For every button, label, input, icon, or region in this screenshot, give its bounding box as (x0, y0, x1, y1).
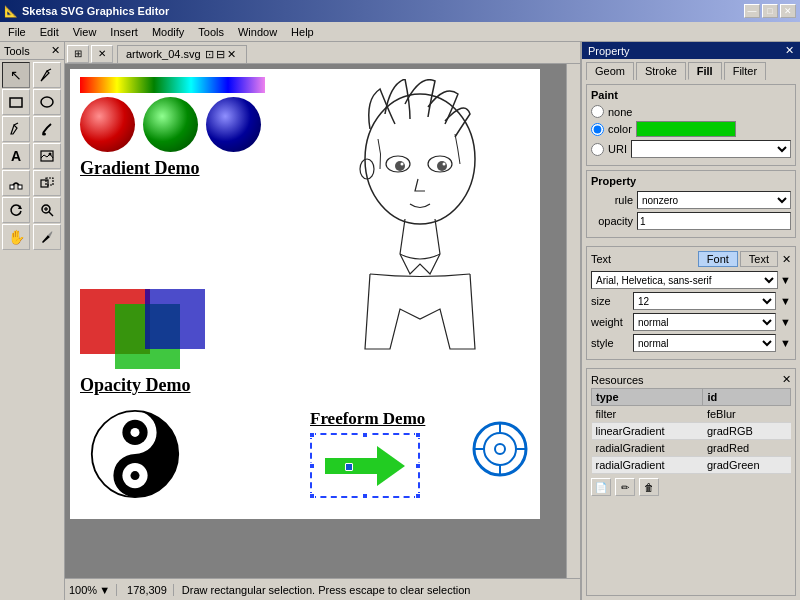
resources-title: Resources (591, 374, 644, 386)
style-dropdown-icon[interactable]: ▼ (780, 337, 791, 349)
canvas-close-icon[interactable]: ✕ (227, 48, 236, 61)
paint-color-radio[interactable] (591, 123, 604, 136)
weight-dropdown-icon[interactable]: ▼ (780, 316, 791, 328)
opacity-demo: Opacity Demo (80, 289, 200, 396)
style-select[interactable]: normal italic (633, 334, 776, 352)
resource-type: filter (592, 406, 703, 423)
res-new-btn[interactable]: 📄 (591, 478, 611, 496)
tools-close-btn[interactable]: ✕ (91, 45, 113, 63)
tool-hand[interactable]: ✋ (2, 224, 30, 250)
resource-type: radialGradient (592, 440, 703, 457)
circle-green (143, 97, 198, 152)
tool-pointer[interactable]: ↖ (2, 62, 30, 88)
tools-label: Tools (4, 45, 30, 57)
font-dropdown-icon[interactable]: ▼ (780, 274, 791, 286)
tab-filter[interactable]: Filter (724, 62, 766, 80)
menu-window[interactable]: Window (232, 24, 283, 40)
minimize-button[interactable]: — (744, 4, 760, 18)
text-tab-text[interactable]: Text (740, 251, 778, 267)
table-row[interactable]: filterfeBlur (592, 406, 791, 423)
zoom-dropdown-icon[interactable]: ▼ (99, 584, 110, 596)
size-label: size (591, 295, 629, 307)
paint-title: Paint (591, 89, 791, 101)
text-panel-close[interactable]: ✕ (782, 253, 791, 266)
canvas-max-icon[interactable]: ⊟ (216, 48, 225, 61)
table-row[interactable]: radialGradientgradGreen (592, 457, 791, 474)
tool-text[interactable]: A (2, 143, 30, 169)
tools-close[interactable]: ✕ (51, 44, 60, 57)
menu-bar: File Edit View Insert Modify Tools Windo… (0, 22, 800, 42)
tab-fill[interactable]: Fill (688, 62, 722, 80)
svg-point-21 (365, 94, 475, 224)
property-close-btn[interactable]: ✕ (785, 44, 794, 57)
canvas-tab-bar: ⊞ ✕ artwork_04.svg ⊡ ⊟ ✕ (65, 42, 580, 64)
maximize-button[interactable]: □ (762, 4, 778, 18)
tool-pen[interactable] (33, 62, 61, 88)
canvas-restore-icon[interactable]: ⊡ (205, 48, 214, 61)
canvas-area: ⊞ ✕ artwork_04.svg ⊡ ⊟ ✕ (65, 42, 580, 600)
coords-display: 178,309 (121, 584, 174, 596)
text-tab-font[interactable]: Font (698, 251, 738, 267)
tool-node[interactable] (2, 170, 30, 196)
tool-rotate[interactable] (2, 197, 30, 223)
svg-rect-10 (46, 178, 53, 185)
table-row[interactable]: radialGradientgradRed (592, 440, 791, 457)
status-bar: 100% ▼ 178,309 Draw rectangular selectio… (65, 578, 580, 600)
tool-pencil[interactable] (2, 116, 30, 142)
resource-type: linearGradient (592, 423, 703, 440)
resources-close-btn[interactable]: ✕ (782, 373, 791, 386)
gradient-demo: Gradient Demo (80, 97, 261, 179)
vertical-scrollbar[interactable] (566, 64, 580, 578)
property-title: Property (588, 45, 630, 57)
paint-none-label: none (608, 106, 632, 118)
menu-edit[interactable]: Edit (34, 24, 65, 40)
tool-eyedrop[interactable] (33, 224, 61, 250)
menu-insert[interactable]: Insert (104, 24, 144, 40)
opacity-input[interactable] (637, 212, 791, 230)
res-edit-btn[interactable]: ✏ (615, 478, 635, 496)
canvas-white[interactable]: Gradient Demo Opacity Demo (70, 69, 540, 519)
canvas-scroll-area[interactable]: Gradient Demo Opacity Demo (65, 64, 566, 578)
canvas-tab[interactable]: artwork_04.svg ⊡ ⊟ ✕ (117, 45, 247, 63)
property-section-title: Property (591, 175, 791, 187)
svg-line-13 (49, 212, 53, 216)
tool-zoom[interactable] (33, 197, 61, 223)
paint-none-radio[interactable] (591, 105, 604, 118)
resource-id: gradRGB (703, 423, 791, 440)
paint-uri-radio[interactable] (591, 143, 604, 156)
uri-select[interactable] (631, 140, 791, 158)
tool-brush[interactable] (33, 116, 61, 142)
svg-rect-8 (18, 185, 22, 189)
target-icon (470, 419, 530, 479)
res-delete-btn[interactable]: 🗑 (639, 478, 659, 496)
tab-stroke[interactable]: Stroke (636, 62, 686, 80)
svg-point-30 (484, 433, 516, 465)
tool-ellipse[interactable] (33, 89, 61, 115)
close-button[interactable]: ✕ (780, 4, 796, 18)
menu-modify[interactable]: Modify (146, 24, 190, 40)
right-panel: Property ✕ Geom Stroke Fill Filter Paint… (580, 42, 800, 600)
tool-clone[interactable] (33, 170, 61, 196)
size-select[interactable]: 12 (633, 292, 776, 310)
freeform-label: Freeform Demo (310, 409, 425, 429)
rule-select[interactable]: nonzero evenodd (637, 191, 791, 209)
color-swatch[interactable] (636, 121, 736, 137)
opacity-label: opacity (591, 215, 633, 227)
tab-geom[interactable]: Geom (586, 62, 634, 80)
tool-image[interactable] (33, 143, 61, 169)
menu-help[interactable]: Help (285, 24, 320, 40)
font-select[interactable]: Arial, Helvetica, sans-serif (591, 271, 778, 289)
property-tabs: Geom Stroke Fill Filter (582, 59, 800, 80)
weight-select[interactable]: normal bold (633, 313, 776, 331)
menu-tools[interactable]: Tools (192, 24, 230, 40)
table-row[interactable]: linearGradientgradRGB (592, 423, 791, 440)
tool-rect[interactable] (2, 89, 30, 115)
menu-view[interactable]: View (67, 24, 103, 40)
svg-line-0 (47, 69, 51, 71)
resource-id: gradGreen (703, 457, 791, 474)
title-bar: 📐 Sketsa SVG Graphics Editor — □ ✕ (0, 0, 800, 22)
menu-file[interactable]: File (2, 24, 32, 40)
tools-dock-btn[interactable]: ⊞ (67, 45, 89, 63)
zoom-display: 100% ▼ (69, 584, 117, 596)
size-dropdown-icon[interactable]: ▼ (780, 295, 791, 307)
